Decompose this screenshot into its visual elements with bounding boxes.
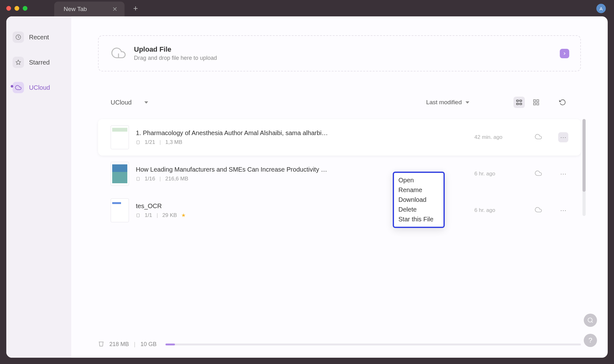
files-toolbar: UCloud Last modified: [98, 97, 581, 108]
meta-separator: |: [159, 176, 161, 182]
cloud-status-icon: [535, 206, 542, 214]
view-switcher: [513, 97, 568, 108]
file-modified-time: 42 min. ago: [474, 134, 515, 140]
file-row[interactable]: tes_OCR 1/1 | 29 KB ★ 6 hr. ago ⋯: [98, 192, 581, 229]
sort-label: Last modified: [426, 99, 462, 106]
app-window: Recent Starred UCloud Upload File Drag a…: [6, 16, 608, 358]
svg-point-14: [588, 318, 592, 322]
file-name: 1. Pharmacology of Anesthesia Author Ama…: [136, 129, 328, 137]
context-item-rename[interactable]: Rename: [397, 185, 441, 195]
avatar-letter: A: [600, 6, 603, 11]
file-size: 1,3 MB: [165, 139, 182, 145]
help-icon: ?: [588, 336, 592, 344]
svg-rect-11: [137, 140, 139, 144]
sidebar-item-recent[interactable]: Recent: [13, 29, 65, 45]
svg-line-15: [592, 321, 593, 323]
cloud-icon: [13, 82, 24, 93]
svg-rect-6: [520, 103, 522, 105]
search-icon: [587, 317, 594, 323]
list-view-button[interactable]: [513, 97, 525, 108]
sidebar-item-label: UCloud: [29, 84, 50, 91]
sidebar: Recent Starred UCloud: [6, 16, 71, 358]
file-context-menu: Open Rename Download Delete Star this Fi…: [393, 172, 445, 228]
cloud-upload-icon: [111, 46, 126, 61]
pages-icon: [136, 177, 140, 181]
file-size: 29 KB: [162, 212, 177, 219]
svg-marker-1: [16, 60, 21, 65]
upload-dropzone[interactable]: Upload File Drag and drop file here to u…: [98, 35, 581, 71]
browser-tab[interactable]: New Tab ✕: [54, 2, 125, 16]
svg-rect-10: [537, 103, 539, 105]
new-tab-button[interactable]: +: [133, 3, 138, 13]
file-meta: 1/21 | 1,3 MB: [136, 139, 467, 145]
caret-down-icon: [466, 101, 469, 104]
upload-text: Upload File Drag and drop file here to u…: [134, 45, 217, 61]
close-tab-button[interactable]: ✕: [112, 5, 118, 13]
scrollbar-thumb[interactable]: [582, 119, 586, 192]
upload-expand-button[interactable]: [560, 49, 569, 58]
maximize-window-button[interactable]: [23, 6, 27, 11]
sort-dropdown[interactable]: Last modified: [426, 99, 469, 106]
upload-title: Upload File: [134, 45, 217, 54]
svg-rect-3: [517, 100, 518, 102]
svg-rect-12: [137, 177, 139, 180]
sidebar-item-ucloud[interactable]: UCloud: [13, 79, 65, 96]
context-item-delete[interactable]: Delete: [397, 205, 441, 214]
main-content: Upload File Drag and drop file here to u…: [71, 16, 608, 358]
svg-rect-9: [534, 103, 536, 105]
file-list: 1. Pharmacology of Anesthesia Author Ama…: [98, 119, 581, 229]
storage-progress-bar: [165, 344, 581, 345]
titlebar: New Tab ✕ + A: [0, 0, 614, 16]
file-thumbnail: [111, 198, 129, 222]
svg-rect-7: [534, 100, 536, 102]
meta-separator: |: [157, 212, 158, 219]
scrollbar-track[interactable]: [582, 119, 586, 216]
file-thumbnail: [111, 125, 129, 149]
storage-separator: |: [134, 341, 136, 348]
sidebar-item-label: Starred: [29, 59, 50, 66]
cloud-status-icon: [535, 170, 542, 178]
file-more-button[interactable]: ⋯: [558, 132, 568, 142]
storage-progress-fill: [165, 344, 175, 345]
cloud-status-icon: [535, 133, 542, 141]
minimize-window-button[interactable]: [14, 6, 19, 11]
sidebar-item-starred[interactable]: Starred: [13, 54, 65, 71]
file-pages: 1/1: [145, 212, 152, 219]
svg-rect-8: [537, 100, 539, 102]
sidebar-item-label: Recent: [29, 34, 49, 41]
file-row[interactable]: How Leading Manufacturers and SMEs Can I…: [98, 156, 581, 192]
context-item-star[interactable]: Star this File: [397, 214, 441, 224]
file-modified-time: 6 hr. ago: [474, 207, 515, 213]
upload-subtitle: Drag and drop file here to upload: [134, 55, 217, 61]
file-info: 1. Pharmacology of Anesthesia Author Ama…: [136, 129, 467, 145]
context-item-download[interactable]: Download: [397, 195, 441, 205]
grid-view-button[interactable]: [530, 97, 542, 108]
file-name: How Leading Manufacturers and SMEs Can I…: [136, 166, 328, 173]
svg-rect-13: [137, 213, 139, 217]
file-pages: 1/16: [145, 176, 155, 182]
pages-icon: [136, 213, 140, 218]
file-more-button[interactable]: ⋯: [558, 169, 568, 179]
caret-down-icon: [144, 101, 148, 104]
folder-dropdown[interactable]: UCloud: [111, 99, 148, 106]
pages-icon: [136, 140, 140, 145]
clock-icon: [13, 31, 24, 43]
svg-rect-5: [517, 103, 518, 105]
user-avatar[interactable]: A: [596, 4, 606, 13]
context-item-open[interactable]: Open: [397, 175, 441, 185]
file-more-button[interactable]: ⋯: [558, 205, 568, 215]
file-size: 216,6 MB: [165, 176, 188, 182]
file-row[interactable]: 1. Pharmacology of Anesthesia Author Ama…: [98, 119, 581, 156]
close-window-button[interactable]: [6, 6, 11, 11]
help-fab[interactable]: ?: [584, 334, 597, 347]
refresh-button[interactable]: [557, 97, 568, 108]
meta-separator: |: [159, 139, 161, 145]
file-pages: 1/21: [145, 139, 155, 145]
active-indicator-dot: [11, 85, 13, 88]
file-thumbnail: [111, 162, 129, 186]
star-icon: [13, 57, 24, 68]
storage-total: 10 GB: [141, 341, 157, 348]
trash-icon[interactable]: [98, 340, 104, 348]
star-icon: ★: [181, 212, 186, 218]
search-fab[interactable]: [584, 314, 597, 327]
